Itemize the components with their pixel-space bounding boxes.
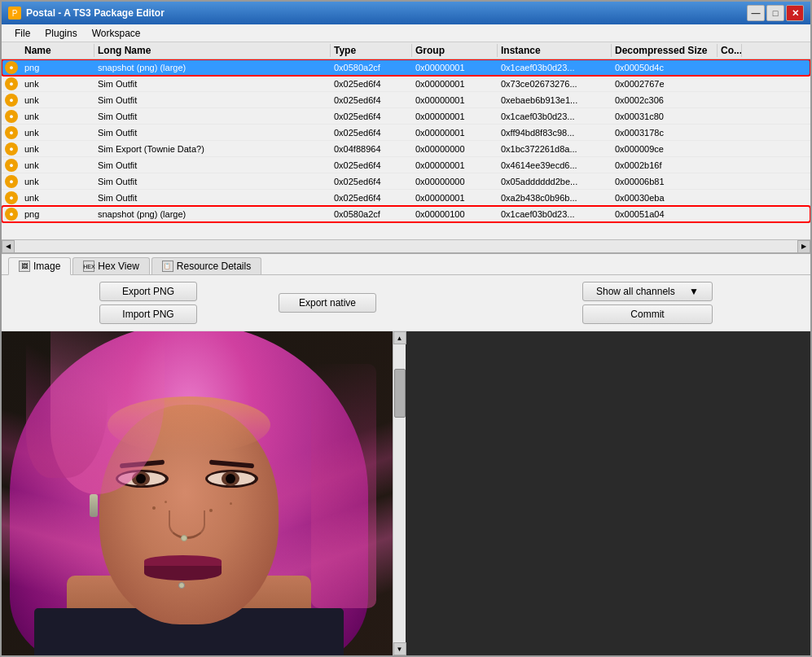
row-longname: snapshot (png) (large) [94,208,331,220]
table-row[interactable]: ● unk Sim Outfit 0x025ed6f4 0x00000001 0… [2,108,810,125]
table-body: ● png snapshot (png) (large) 0x0580a2cf … [2,59,810,239]
row-group: 0x00000000 [412,143,498,155]
row-longname: Sim Outfit [94,160,331,171]
maximize-button[interactable]: □ [766,5,784,21]
row-co [718,132,742,134]
menu-workspace[interactable]: Workspace [86,26,147,41]
row-longname: Sim Outfit [94,192,331,204]
table-row[interactable]: ● png snapshot (png) (large) 0x0580a2cf … [2,59,810,76]
row-type: 0x025ed6f4 [331,127,412,138]
minimize-button[interactable]: — [747,5,765,21]
row-co [718,67,742,68]
import-png-button[interactable]: Import PNG [99,304,197,324]
row-instance: 0x1caef03b0d23... [498,111,612,122]
row-icon: ● [5,175,18,188]
row-group: 0x00000001 [412,127,498,138]
toolbar-row: Export PNG Import PNG Export native Show… [2,275,810,331]
menu-plugins[interactable]: Plugins [38,26,83,41]
row-instance: 0xa2b438c0b96b... [498,192,612,204]
table-row[interactable]: ● unk Sim Outfit 0x025ed6f4 0x00000001 0… [2,157,810,173]
row-icon: ● [5,208,18,221]
row-longname: Sim Outfit [94,127,331,138]
scroll-up-btn[interactable]: ▲ [393,331,406,344]
main-window: P Postal - A TS3 Package Editor — □ ✕ Fi… [0,0,812,657]
row-icon: ● [5,191,18,204]
row-name: unk [21,78,94,90]
table-row[interactable]: ● unk Sim Export (Townie Data?) 0x04f889… [2,141,810,157]
scroll-right-btn[interactable]: ▶ [797,240,810,253]
table-row[interactable]: ● unk Sim Outfit 0x025ed6f4 0x00000001 0… [2,190,810,206]
row-group: 0x00000001 [412,192,498,204]
row-co [718,197,742,199]
export-png-button[interactable]: Export PNG [99,282,197,301]
row-instance: 0xff94bd8f83c98... [498,127,612,138]
toolbar-right-group: Show all channels ▼ Commit [582,282,713,324]
row-co [718,181,742,182]
row-group: 0x00000001 [412,78,498,90]
row-decomp: 0x0002c306 [612,94,718,106]
row-name: unk [21,176,94,187]
scroll-left-btn[interactable]: ◀ [2,240,15,253]
toolbar-middle-group: Export native [279,293,376,313]
row-decomp: 0x00030eba [612,192,718,204]
row-type: 0x025ed6f4 [331,176,412,187]
table-row[interactable]: ● unk Sim Outfit 0x025ed6f4 0x00000001 0… [2,92,810,108]
title-bar-buttons: — □ ✕ [747,5,804,21]
row-icon: ● [5,110,18,123]
v-scroll-track[interactable] [393,344,406,642]
row-instance: 0x73ce02673276... [498,78,612,90]
show-channels-label: Show all channels [596,286,675,297]
row-co [718,83,742,85]
tab-image-label: Image [33,261,60,272]
vertical-scrollbar[interactable]: ▲ ▼ [393,331,406,655]
table-row[interactable]: ● png snapshot (png) (large) 0x0580a2cf … [2,206,810,222]
sim-image [2,331,393,655]
tab-hex-view[interactable]: HEX Hex View [72,257,149,274]
panel-area: Export PNG Import PNG Export native Show… [2,275,810,655]
table-row[interactable]: ● unk Sim Outfit 0x025ed6f4 0x00000000 0… [2,173,810,190]
row-decomp: 0x0002767e [612,78,718,90]
row-longname: Sim Outfit [94,111,331,122]
row-icon: ● [5,94,18,107]
export-native-button[interactable]: Export native [279,293,376,313]
dropdown-arrow-icon: ▼ [689,286,699,297]
row-co [718,164,742,166]
tab-image[interactable]: 🖼 Image [8,257,71,275]
res-tab-icon: 📋 [162,261,173,272]
scroll-down-btn[interactable]: ▼ [393,642,406,655]
show-channels-dropdown[interactable]: Show all channels ▼ [582,282,713,301]
window-title: Postal - A TS3 Package Editor [26,7,165,19]
col-header-longname: Long Name [94,44,331,57]
row-instance: 0x1caef03b0d23... [498,208,612,220]
row-type: 0x025ed6f4 [331,94,412,106]
row-type: 0x04f88964 [331,143,412,155]
row-instance: 0x1caef03b0d23... [498,62,612,73]
row-decomp: 0x0003178c [612,127,718,138]
row-name: unk [21,192,94,204]
row-group: 0x00000000 [412,176,498,187]
row-longname: snapshot (png) (large) [94,62,331,73]
row-type: 0x025ed6f4 [331,111,412,122]
h-scroll-track[interactable] [15,240,797,252]
row-instance: 0xebaeb6b913e1... [498,94,612,106]
table-area: Name Long Name Type Group Instance Decom… [2,42,810,254]
commit-button[interactable]: Commit [582,304,713,324]
table-header: Name Long Name Type Group Instance Decom… [2,42,810,59]
table-row[interactable]: ● unk Sim Outfit 0x025ed6f4 0x00000001 0… [2,76,810,92]
col-header-instance: Instance [498,44,612,57]
table-row[interactable]: ● unk Sim Outfit 0x025ed6f4 0x00000001 0… [2,125,810,141]
title-bar-left: P Postal - A TS3 Package Editor [8,7,165,20]
toolbar-left-group: Export PNG Import PNG [99,282,197,324]
menu-file[interactable]: File [8,26,37,41]
row-name: png [21,62,94,73]
horizontal-scrollbar[interactable]: ◀ ▶ [2,239,810,252]
row-type: 0x0580a2cf [331,62,412,73]
v-scroll-thumb[interactable] [394,369,406,418]
row-co [718,99,742,101]
row-name: unk [21,111,94,122]
tab-resource-details[interactable]: 📋 Resource Details [151,257,261,274]
row-name: unk [21,94,94,106]
row-icon: ● [5,126,18,139]
image-container: ▲ ▼ [2,331,810,655]
close-button[interactable]: ✕ [786,5,804,21]
